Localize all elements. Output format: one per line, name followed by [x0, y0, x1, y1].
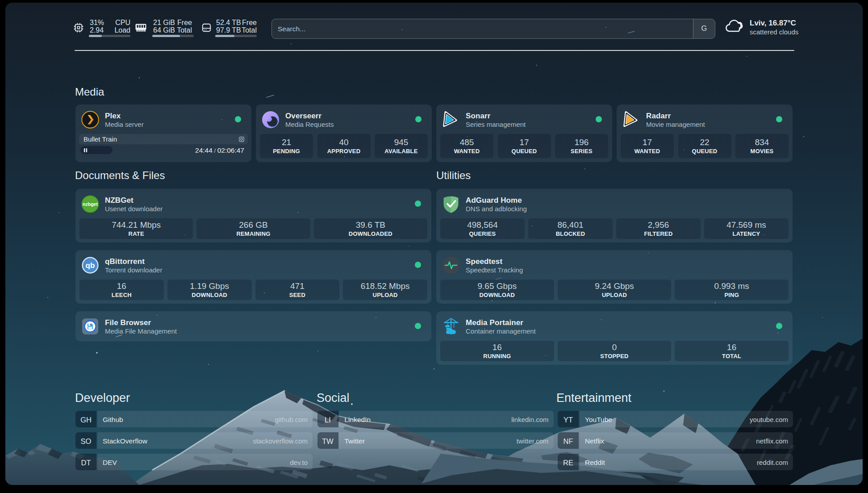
svg-text:qb: qb: [86, 261, 95, 270]
svg-text:nzbget: nzbget: [83, 201, 98, 207]
